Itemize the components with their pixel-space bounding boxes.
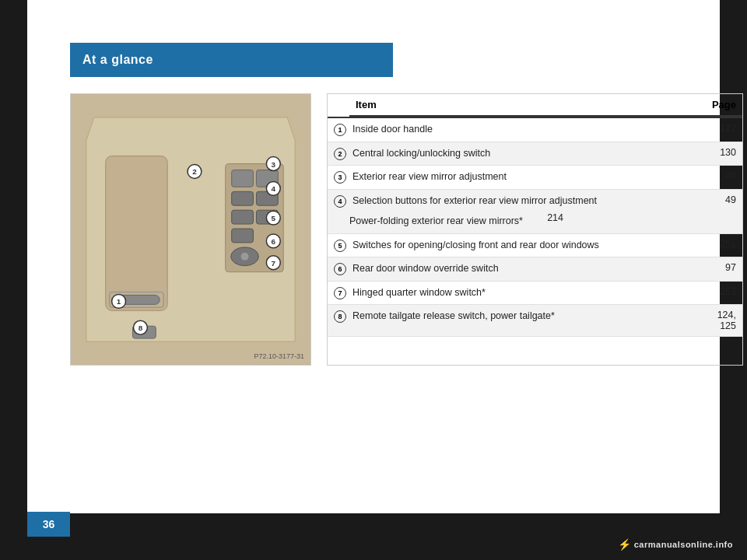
items-table: Item Page 1 Inside door handle 122 2 Cen… (327, 93, 743, 366)
watermark-text: carmanualsonline.info (634, 540, 733, 549)
row-page: 97 (696, 257, 742, 278)
image-caption: P72.10-3177-31 (254, 352, 304, 360)
image-background: 1 2 3 4 5 (71, 94, 310, 365)
page-content: At a glance (27, 0, 720, 513)
row-page: 124, 125 (696, 305, 742, 336)
row-page: 251 (696, 234, 742, 254)
door-panel-image: 1 2 3 4 5 (70, 93, 311, 366)
table-row: 6 Rear door window override switch 97 (328, 257, 742, 282)
table-row: 3 Exterior rear view mirror adjustment 4… (328, 166, 742, 190)
door-illustration: 1 2 3 4 5 (71, 94, 310, 365)
row-text: Switches for opening/closing front and r… (349, 234, 696, 257)
table-row-group: 4 Selection buttons for exterior rear vi… (328, 190, 742, 234)
svg-text:2: 2 (192, 167, 197, 176)
header-bar: At a glance (70, 43, 393, 77)
row-page: 49 (696, 166, 742, 186)
svg-point-13 (241, 253, 249, 261)
svg-text:6: 6 (272, 237, 276, 246)
row-number: 1 (328, 118, 349, 141)
table-row: 2 Central locking/unlocking switch 130 (328, 142, 742, 166)
watermark-logo: ⚡ (618, 538, 631, 551)
watermark: ⚡ carmanualsonline.info (610, 535, 741, 554)
row-page: 253 (696, 282, 742, 302)
svg-text:1: 1 (117, 297, 121, 306)
col-header-item: Item (349, 94, 696, 117)
row-text: Remote tailgate release switch, power ta… (349, 305, 696, 328)
row-page: 49 (696, 190, 742, 210)
table-row: 4 Selection buttons for exterior rear vi… (328, 190, 742, 213)
svg-rect-9 (232, 210, 254, 224)
table-sub-row: Power-folding exterior rear view mirrors… (328, 212, 742, 234)
row-number: 6 (328, 257, 349, 280)
svg-rect-5 (232, 170, 254, 187)
row-page: 122 (696, 118, 742, 138)
table-row: 1 Inside door handle 122 (328, 118, 742, 142)
col-header-page: Page (696, 94, 742, 117)
row-number: 4 (328, 190, 349, 212)
svg-rect-1 (106, 156, 167, 311)
row-text: Rear door window override switch (349, 257, 696, 281)
row-subtext: Power-folding exterior rear view mirrors… (349, 212, 523, 233)
row-text: Hinged quarter window switch* (349, 282, 696, 305)
row-text: Inside door handle (349, 118, 696, 142)
main-content: 1 2 3 4 5 (70, 93, 743, 366)
svg-text:4: 4 (272, 184, 276, 193)
table-row: 8 Remote tailgate release switch, power … (328, 305, 742, 337)
row-number: 3 (328, 166, 349, 188)
svg-rect-11 (232, 229, 254, 243)
page-number-box: 36 (27, 512, 70, 537)
svg-text:8: 8 (139, 324, 143, 332)
svg-text:5: 5 (272, 214, 276, 222)
row-number: 8 (328, 305, 349, 327)
table-row: 7 Hinged quarter window switch* 253 (328, 282, 742, 306)
row-number: 5 (328, 234, 349, 257)
table-row: 5 Switches for opening/closing front and… (328, 234, 742, 258)
page-number: 36 (43, 518, 55, 530)
row-sub-page: 214 (523, 212, 570, 233)
row-number: 7 (328, 282, 349, 304)
svg-text:7: 7 (272, 259, 276, 268)
row-text: Central locking/unlocking switch (349, 142, 696, 166)
row-number: 2 (328, 142, 349, 165)
row-text: Selection buttons for exterior rear view… (349, 190, 696, 213)
svg-rect-7 (232, 191, 254, 205)
row-text: Exterior rear view mirror adjustment (349, 166, 696, 189)
page-title: At a glance (82, 53, 153, 67)
row-page: 130 (696, 142, 742, 163)
svg-text:3: 3 (272, 160, 276, 169)
